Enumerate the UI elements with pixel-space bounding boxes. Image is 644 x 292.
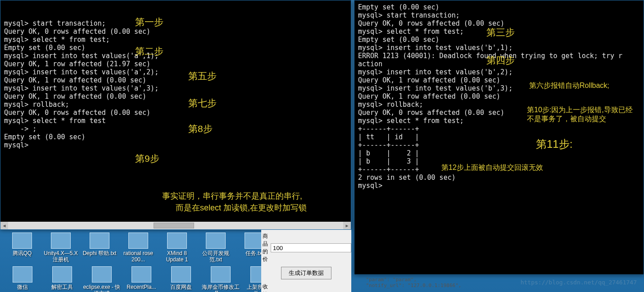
- step10a: 第10步:因为上一步报错,导致已经: [527, 105, 633, 115]
- terminal-line: mysql> insert into test values('a',2);: [4, 68, 347, 76]
- desktop-icon[interactable]: eclipse.exe - 快捷方式: [82, 266, 122, 292]
- file-icon: [90, 233, 109, 249]
- scroll-right-btn[interactable]: ▶: [343, 222, 351, 229]
- icon-label: 任务.txt: [245, 250, 263, 256]
- file-icon: [52, 266, 72, 283]
- icon-label: 公司开发规范.txt: [197, 250, 235, 263]
- desktop-icon[interactable]: Dephi 帮助.txt: [80, 233, 119, 263]
- scroll-left-btn[interactable]: ◀: [0, 222, 8, 229]
- step11-label: 第11步:: [536, 137, 572, 151]
- desktop-icon[interactable]: 海岸金币修改工具.rar: [201, 266, 240, 292]
- terminal-line: +------+------+: [358, 125, 640, 133]
- terminal-line: Query OK, 0 rows affected (0.00 sec): [4, 109, 347, 117]
- icon-label: Dephi 帮助.txt: [83, 250, 117, 256]
- step3-label: 第三步: [486, 26, 515, 39]
- desktop-icon[interactable]: 公司开发规范.txt: [196, 233, 235, 263]
- step2-label: 第二步: [135, 45, 163, 58]
- desktop-icon[interactable]: XMind 8 Update 1: [158, 233, 196, 263]
- terminal-line: Query OK, 1 row affected (0.00 sec): [4, 92, 347, 100]
- step7-label: 第七步: [188, 97, 217, 110]
- step4-label: 第四步: [486, 54, 515, 67]
- desktop-icon[interactable]: rational rose 200...: [119, 233, 158, 263]
- terminal-line: Empty set (0.00 sec): [4, 133, 347, 141]
- terminal-line: Empty set (0.00 sec): [358, 3, 640, 11]
- step6-label: 第六步报错自动Rollback;: [529, 81, 609, 91]
- price-label: 商品的价: [261, 233, 271, 263]
- generate-btn[interactable]: 生成订单数据: [281, 267, 331, 279]
- terminal-line: mysql> insert into test values('b',2);: [358, 68, 640, 76]
- icon-label: 解密工具: [51, 284, 73, 290]
- icon-label: 百度网盘: [170, 284, 192, 290]
- terminal-line: mysql> start transaction;: [4, 19, 347, 27]
- scroll-thumb[interactable]: [154, 223, 194, 228]
- watermark: https://blog.csdn.net/qq_27461747: [521, 279, 637, 286]
- file-icon: [206, 233, 226, 249]
- terminal-line: Query OK, 0 rows affected (0.00 sec): [4, 27, 347, 36]
- icon-label: 微信: [17, 284, 28, 290]
- file-icon: [211, 266, 231, 283]
- icon-label: eclipse.exe - 快捷方式: [83, 284, 121, 292]
- step12-label: 第12步上面被自动提交回滚无效: [441, 163, 543, 173]
- file-icon: [132, 266, 151, 283]
- terminal-line: 2 rows in set (0.00 sec): [358, 173, 640, 182]
- terminal-line: | b | 2 |: [358, 149, 640, 157]
- offline-user-label: 收钱用户: [261, 283, 271, 292]
- terminal-line: +------+------+: [358, 141, 640, 149]
- step10b: 不是事务了，被自动提交: [527, 114, 606, 124]
- icon-label: 海岸金币修改工具.rar: [202, 284, 240, 292]
- terminal-line: Query OK, 1 row affected (0.00 sec): [4, 76, 347, 84]
- desktop-icon[interactable]: 微信: [3, 266, 42, 292]
- file-icon: [167, 233, 187, 249]
- price-input[interactable]: [271, 243, 351, 252]
- terminal-line: mysql> start transaction;: [358, 11, 640, 19]
- terminal-line: | tt | id |: [358, 133, 640, 141]
- file-icon: [12, 233, 32, 249]
- terminal-line: -> ;: [4, 125, 347, 133]
- icon-label: 腾讯QQ: [13, 250, 32, 256]
- desktop-icon[interactable]: 腾讯QQ: [3, 233, 41, 263]
- desktop-icon[interactable]: Unity4.X—5.X注册机: [41, 233, 80, 263]
- desktop-icon[interactable]: RecentPla...: [122, 266, 161, 292]
- terminal-line: Query OK, 1 row affected (21.97 sec): [4, 60, 347, 68]
- file-icon: [128, 233, 148, 249]
- terminal-line: mysql> select * from test;: [4, 36, 347, 44]
- icon-label: RecentPla...: [127, 284, 156, 290]
- terminal-right[interactable]: Empty set (0.00 sec)mysql> start transac…: [354, 0, 644, 275]
- step9-label: 第9步: [135, 152, 159, 165]
- icon-label: Unity4.X—5.X注册机: [42, 250, 80, 263]
- file-icon: [92, 266, 112, 283]
- icon-label: XMind 8 Update 1: [158, 250, 196, 263]
- step8-label: 第8步: [188, 123, 213, 135]
- file-icon: [51, 233, 71, 249]
- terminal-line: Empty set (0.00 sec): [4, 44, 347, 52]
- order-form: 商品的价 生成订单数据 收钱用户: [261, 230, 351, 292]
- terminal-line: mysql> insert into test values('a',1);: [4, 52, 347, 60]
- terminal-line: mysql> insert into test values('b',1);: [358, 44, 640, 52]
- desktop-icon[interactable]: 百度网盘: [161, 266, 201, 292]
- scrollbar-horizontal[interactable]: ◀ ▶: [0, 222, 351, 229]
- file-icon: [13, 266, 32, 283]
- fact-a: 事实证明，串行事务并不是真正的串行,: [162, 191, 302, 201]
- terminal-line: mysql>: [4, 141, 347, 149]
- terminal-line: mysql> insert into test values('a',3);: [4, 84, 347, 92]
- fact-b: 而是在select 加读锁,在更改时加写锁: [176, 202, 307, 213]
- step1-label: 第一步: [135, 16, 163, 28]
- terminal-line: Query OK, 1 row affected (0.00 sec): [358, 92, 640, 100]
- step5-label: 第五步: [188, 70, 217, 82]
- terminal-line: mysql>: [358, 182, 640, 190]
- icon-label: rational rose 200...: [119, 250, 157, 263]
- file-icon: [171, 266, 191, 283]
- terminal-line: mysql> rollback;: [4, 100, 347, 109]
- terminal-line: mysql> select * from test: [4, 117, 347, 125]
- desktop-icon[interactable]: 解密工具: [42, 266, 82, 292]
